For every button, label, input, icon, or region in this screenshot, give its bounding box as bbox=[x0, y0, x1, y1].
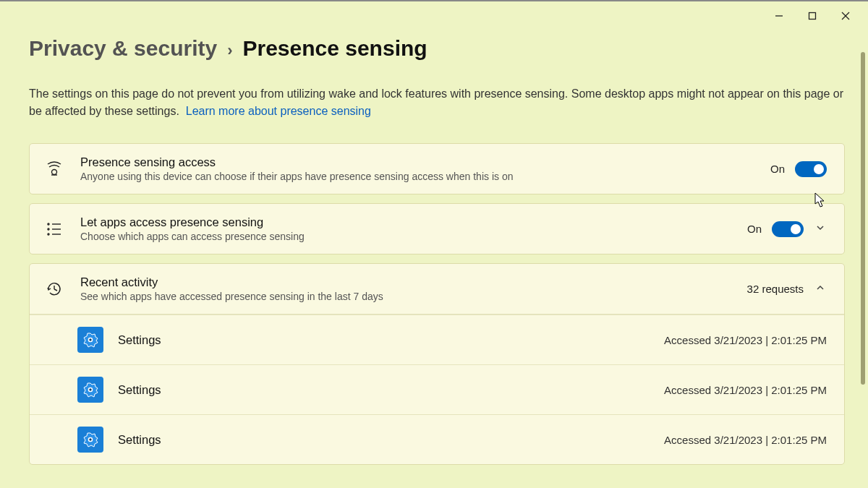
panel-subtitle: See which apps have accessed presence se… bbox=[80, 291, 747, 302]
activity-timestamp: Accessed 3/21/2023 | 2:01:25 PM bbox=[664, 334, 827, 346]
panel-title: Let apps access presence sensing bbox=[80, 215, 747, 229]
apps-list-icon bbox=[44, 222, 64, 236]
request-count-label: 32 requests bbox=[747, 283, 804, 295]
toggle-state-label: On bbox=[747, 223, 762, 235]
chevron-right-icon: › bbox=[227, 41, 232, 60]
presence-sensor-icon bbox=[44, 161, 64, 177]
svg-point-4 bbox=[52, 169, 57, 174]
svg-line-13 bbox=[54, 289, 57, 291]
apps-access-toggle[interactable] bbox=[772, 221, 804, 237]
svg-point-8 bbox=[48, 228, 49, 230]
activity-app-name: Settings bbox=[118, 333, 664, 347]
page-description: The settings on this page do not prevent… bbox=[29, 85, 845, 120]
page-content: Privacy & security › Presence sensing Th… bbox=[0, 1, 868, 488]
chevron-down-icon[interactable] bbox=[814, 223, 827, 235]
learn-more-link[interactable]: Learn more about presence sensing bbox=[186, 105, 371, 117]
presence-access-toggle[interactable] bbox=[795, 161, 827, 177]
svg-point-17 bbox=[89, 438, 93, 442]
settings-app-icon bbox=[77, 427, 103, 453]
breadcrumb-parent[interactable]: Privacy & security bbox=[29, 36, 217, 61]
activity-row[interactable]: Settings Accessed 3/21/2023 | 2:01:25 PM bbox=[30, 314, 844, 364]
activity-row[interactable]: Settings Accessed 3/21/2023 | 2:01:25 PM bbox=[30, 364, 844, 414]
presence-sensing-access-panel: Presence sensing access Anyone using thi… bbox=[29, 143, 845, 194]
breadcrumb: Privacy & security › Presence sensing bbox=[29, 36, 845, 61]
recent-activity-group: Recent activity See which apps have acce… bbox=[29, 263, 845, 465]
svg-point-16 bbox=[89, 388, 93, 392]
settings-app-icon bbox=[77, 327, 103, 353]
settings-app-icon bbox=[77, 377, 103, 403]
activity-app-name: Settings bbox=[118, 433, 664, 447]
svg-point-10 bbox=[48, 234, 49, 235]
toggle-state-label: On bbox=[770, 163, 785, 175]
panel-title: Recent activity bbox=[80, 275, 747, 289]
activity-app-name: Settings bbox=[118, 383, 664, 397]
activity-timestamp: Accessed 3/21/2023 | 2:01:25 PM bbox=[664, 384, 827, 396]
description-text: The settings on this page do not prevent… bbox=[29, 87, 843, 117]
recent-activity-header[interactable]: Recent activity See which apps have acce… bbox=[30, 264, 844, 314]
let-apps-access-panel[interactable]: Let apps access presence sensing Choose … bbox=[29, 203, 845, 254]
panel-title: Presence sensing access bbox=[80, 155, 770, 169]
breadcrumb-current: Presence sensing bbox=[242, 36, 427, 61]
svg-point-6 bbox=[48, 223, 49, 225]
activity-timestamp: Accessed 3/21/2023 | 2:01:25 PM bbox=[664, 434, 827, 446]
svg-point-15 bbox=[89, 338, 93, 342]
activity-row[interactable]: Settings Accessed 3/21/2023 | 2:01:25 PM bbox=[30, 414, 844, 464]
history-icon bbox=[44, 281, 64, 297]
panel-subtitle: Anyone using this device can choose if t… bbox=[80, 171, 770, 182]
chevron-up-icon[interactable] bbox=[814, 283, 827, 295]
vertical-scrollbar[interactable] bbox=[861, 52, 865, 385]
panel-subtitle: Choose which apps can access presence se… bbox=[80, 231, 747, 242]
